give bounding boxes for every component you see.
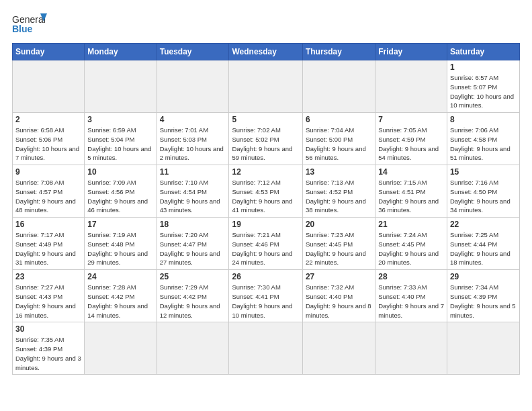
calendar-cell: 21Sunrise: 7:24 AM Sunset: 4:45 PM Dayli… [375,218,447,270]
day-number: 12 [232,167,299,177]
day-info: Sunrise: 7:16 AM Sunset: 4:50 PM Dayligh… [450,178,517,215]
day-info: Sunrise: 7:34 AM Sunset: 4:39 PM Dayligh… [450,283,517,320]
day-info: Sunrise: 7:27 AM Sunset: 4:43 PM Dayligh… [15,283,81,320]
day-number: 10 [87,167,153,177]
calendar-cell: 19Sunrise: 7:21 AM Sunset: 4:46 PM Dayli… [229,218,302,270]
calendar-cell: 9Sunrise: 7:08 AM Sunset: 4:57 PM Daylig… [13,165,85,218]
day-info: Sunrise: 7:33 AM Sunset: 4:40 PM Dayligh… [378,283,444,320]
day-number: 7 [378,115,444,124]
calendar-table: SundayMondayTuesdayWednesdayThursdayFrid… [12,43,520,375]
day-number: 30 [15,324,81,334]
day-info: Sunrise: 7:15 AM Sunset: 4:51 PM Dayligh… [378,178,444,215]
day-info: Sunrise: 7:19 AM Sunset: 4:48 PM Dayligh… [87,230,153,267]
calendar-cell: 16Sunrise: 7:17 AM Sunset: 4:49 PM Dayli… [13,218,85,270]
calendar-cell: 25Sunrise: 7:29 AM Sunset: 4:42 PM Dayli… [157,270,229,322]
day-info: Sunrise: 7:08 AM Sunset: 4:57 PM Dayligh… [15,178,81,215]
day-info: Sunrise: 6:57 AM Sunset: 5:07 PM Dayligh… [450,73,517,110]
day-number: 3 [87,115,153,124]
calendar-cell: 27Sunrise: 7:32 AM Sunset: 4:40 PM Dayli… [302,270,375,322]
calendar-cell: 24Sunrise: 7:28 AM Sunset: 4:42 PM Dayli… [85,270,157,322]
day-number: 22 [450,220,517,229]
weekday-header-wednesday: Wednesday [229,44,302,60]
day-number: 13 [306,167,372,177]
calendar-cell: 29Sunrise: 7:34 AM Sunset: 4:39 PM Dayli… [447,270,519,322]
weekday-header-friday: Friday [375,44,447,60]
day-number: 15 [450,167,517,177]
day-number: 11 [160,167,226,177]
day-number: 5 [232,115,299,124]
calendar-cell: 28Sunrise: 7:33 AM Sunset: 4:40 PM Dayli… [375,270,447,322]
day-number: 28 [378,272,444,281]
day-number: 4 [160,115,226,124]
day-info: Sunrise: 7:06 AM Sunset: 4:58 PM Dayligh… [450,126,517,163]
page-header: GeneralBlue [12,12,520,36]
day-number: 18 [160,220,226,229]
calendar-cell: 18Sunrise: 7:20 AM Sunset: 4:47 PM Dayli… [157,218,229,270]
calendar-cell: 13Sunrise: 7:13 AM Sunset: 4:52 PM Dayli… [302,165,375,218]
weekday-header-row: SundayMondayTuesdayWednesdayThursdayFrid… [13,44,520,60]
day-info: Sunrise: 7:13 AM Sunset: 4:52 PM Dayligh… [306,178,372,215]
svg-text:Blue: Blue [12,24,33,34]
day-number: 17 [87,220,153,229]
day-info: Sunrise: 6:59 AM Sunset: 5:04 PM Dayligh… [87,126,153,163]
day-number: 9 [15,167,81,177]
calendar-cell: 26Sunrise: 7:30 AM Sunset: 4:41 PM Dayli… [229,270,302,322]
day-info: Sunrise: 6:58 AM Sunset: 5:06 PM Dayligh… [15,126,81,163]
day-number: 2 [15,115,81,124]
calendar-cell: 4Sunrise: 7:01 AM Sunset: 5:03 PM Daylig… [157,113,229,165]
logo: GeneralBlue [12,12,47,36]
generalblue-logo-icon: GeneralBlue [12,12,47,36]
calendar-cell [157,322,229,375]
day-info: Sunrise: 7:04 AM Sunset: 5:00 PM Dayligh… [306,126,372,163]
day-info: Sunrise: 7:21 AM Sunset: 4:46 PM Dayligh… [232,230,299,267]
calendar-cell: 1Sunrise: 6:57 AM Sunset: 5:07 PM Daylig… [447,60,519,113]
calendar-cell: 11Sunrise: 7:10 AM Sunset: 4:54 PM Dayli… [157,165,229,218]
calendar-cell [229,60,302,113]
calendar-cell [157,60,229,113]
day-info: Sunrise: 7:01 AM Sunset: 5:03 PM Dayligh… [160,126,226,163]
day-info: Sunrise: 7:23 AM Sunset: 4:45 PM Dayligh… [306,230,372,267]
day-info: Sunrise: 7:29 AM Sunset: 4:42 PM Dayligh… [160,283,226,320]
calendar-cell: 6Sunrise: 7:04 AM Sunset: 5:00 PM Daylig… [302,113,375,165]
day-info: Sunrise: 7:24 AM Sunset: 4:45 PM Dayligh… [378,230,444,267]
calendar-cell: 2Sunrise: 6:58 AM Sunset: 5:06 PM Daylig… [13,113,85,165]
calendar-cell [85,322,157,375]
day-number: 14 [378,167,444,177]
calendar-cell: 17Sunrise: 7:19 AM Sunset: 4:48 PM Dayli… [85,218,157,270]
day-info: Sunrise: 7:20 AM Sunset: 4:47 PM Dayligh… [160,230,226,267]
day-number: 26 [232,272,299,281]
day-number: 16 [15,220,81,229]
day-info: Sunrise: 7:28 AM Sunset: 4:42 PM Dayligh… [87,283,153,320]
day-number: 6 [306,115,372,124]
calendar-cell: 14Sunrise: 7:15 AM Sunset: 4:51 PM Dayli… [375,165,447,218]
day-info: Sunrise: 7:17 AM Sunset: 4:49 PM Dayligh… [15,230,81,267]
calendar-cell: 12Sunrise: 7:12 AM Sunset: 4:53 PM Dayli… [229,165,302,218]
calendar-cell: 3Sunrise: 6:59 AM Sunset: 5:04 PM Daylig… [85,113,157,165]
calendar-cell: 23Sunrise: 7:27 AM Sunset: 4:43 PM Dayli… [13,270,85,322]
weekday-header-sunday: Sunday [13,44,85,60]
day-number: 19 [232,220,299,229]
weekday-header-thursday: Thursday [302,44,375,60]
calendar-cell [375,60,447,113]
day-number: 8 [450,115,517,124]
day-number: 20 [306,220,372,229]
calendar-cell [302,60,375,113]
day-info: Sunrise: 7:05 AM Sunset: 4:59 PM Dayligh… [378,126,444,163]
calendar-cell: 22Sunrise: 7:25 AM Sunset: 4:44 PM Dayli… [447,218,519,270]
calendar-cell: 7Sunrise: 7:05 AM Sunset: 4:59 PM Daylig… [375,113,447,165]
day-number: 1 [450,62,517,72]
day-number: 24 [87,272,153,281]
calendar-cell: 30Sunrise: 7:35 AM Sunset: 4:39 PM Dayli… [13,322,85,375]
day-number: 23 [15,272,81,281]
day-info: Sunrise: 7:32 AM Sunset: 4:40 PM Dayligh… [306,283,372,320]
calendar-cell [229,322,302,375]
calendar-cell: 10Sunrise: 7:09 AM Sunset: 4:56 PM Dayli… [85,165,157,218]
day-number: 27 [306,272,372,281]
calendar-cell: 15Sunrise: 7:16 AM Sunset: 4:50 PM Dayli… [447,165,519,218]
calendar-cell [302,322,375,375]
day-info: Sunrise: 7:35 AM Sunset: 4:39 PM Dayligh… [15,335,81,372]
calendar-cell [447,322,519,375]
calendar-cell: 20Sunrise: 7:23 AM Sunset: 4:45 PM Dayli… [302,218,375,270]
day-info: Sunrise: 7:25 AM Sunset: 4:44 PM Dayligh… [450,230,517,267]
day-number: 25 [160,272,226,281]
